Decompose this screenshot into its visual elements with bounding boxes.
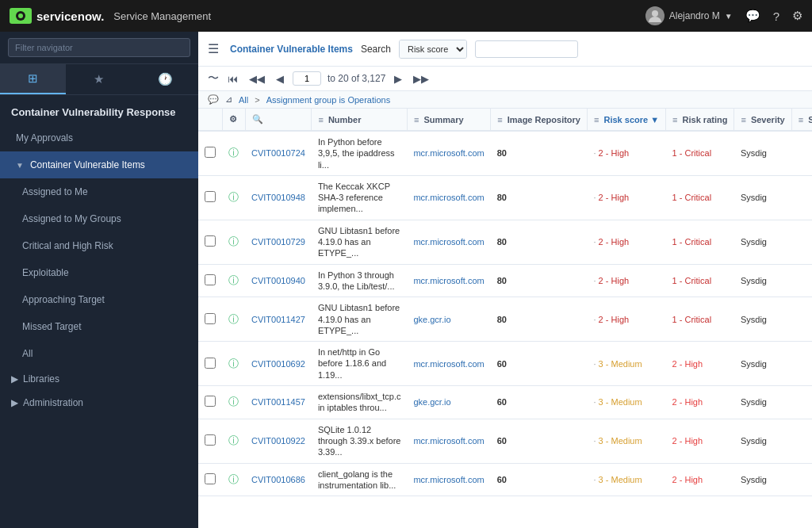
sidebar-group-label: Administration [23,397,83,408]
col-number[interactable]: ≡ Number [312,109,408,131]
row-checkbox[interactable] [205,434,216,446]
sidebar-tab-history[interactable]: 🕐 [132,64,198,94]
row-checkbox[interactable] [205,358,216,369]
row-severity: 2 - High [666,386,734,419]
table-row: ⓘCVIT0011427GNU Libtasn1 before 4.19.0 h… [198,297,812,342]
row-number[interactable]: CVIT0011457 [251,397,305,407]
settings-icon[interactable]: ⚙ [792,9,802,23]
row-number[interactable]: CVIT0010724 [251,148,305,158]
sidebar-tab-favorites[interactable]: ★ [66,64,132,94]
hamburger-icon[interactable]: ☰ [208,41,219,56]
col-severity[interactable]: ≡ Severity [734,109,791,131]
row-info-icon[interactable]: ⓘ [228,147,239,159]
sidebar-item-critical-high-risk[interactable]: Critical and High Risk [0,232,198,259]
app-title: Service Management [113,10,211,22]
back-page-button[interactable]: ◀ [274,72,286,86]
row-checkbox[interactable] [205,191,216,202]
prev-page-button[interactable]: ◀◀ [247,72,267,86]
col-risk-rating-icon: ≡ [672,115,677,124]
row-severity: 2 - High [666,342,734,386]
sidebar-item-missed-target[interactable]: Missed Target [0,313,198,340]
search-label: Search [361,44,391,55]
sidebar-item-exploitable[interactable]: Exploitable [0,259,198,286]
page-input[interactable] [293,71,321,86]
sidebar-group-label: Libraries [23,373,59,385]
col-risk-score[interactable]: ≡ Risk score ▼ [587,109,665,131]
search-input[interactable] [8,38,190,57]
sidebar-item-label: All [22,348,33,359]
sidebar-group-administration[interactable]: ▶ Administration [0,391,198,415]
col-summary[interactable]: ≡ Summary [407,109,490,131]
row-number[interactable]: CVIT0010940 [251,276,305,285]
help-icon[interactable]: ? [773,10,779,23]
row-info-icon[interactable]: ⓘ [228,473,239,485]
search-select[interactable]: Risk score Number Summary Severity [400,40,466,58]
filter-all-link[interactable]: All [239,95,248,105]
sidebar-tab-home[interactable]: ⊞ [0,64,66,94]
sidebar-section-title[interactable]: Container Vulnerability Response [0,95,198,124]
row-image-repo[interactable]: mcr.microsoft.com [413,359,484,369]
filter-arrow: > [255,95,259,105]
table-row: ⓘCVIT0010692In net/http in Go before 1.1… [198,342,812,386]
row-checkbox[interactable] [205,147,216,158]
row-info-icon[interactable]: ⓘ [228,274,239,286]
user-dropdown-icon[interactable]: ▼ [725,12,733,21]
col-image-icon: ≡ [497,115,502,124]
row-info-icon[interactable]: ⓘ [228,434,239,446]
row-number[interactable]: CVIT0010922 [251,436,305,446]
row-image-repo[interactable]: gke.gcr.io [413,397,450,407]
row-checkbox[interactable] [205,313,216,324]
row-image-repo[interactable]: mcr.microsoft.com [413,193,484,202]
sidebar-item-assigned-to-me[interactable]: Assigned to Me [0,178,198,205]
row-info-icon[interactable]: ⓘ [228,191,239,203]
last-page-button[interactable]: ▶▶ [411,72,431,86]
col-settings[interactable]: ⚙ [222,109,245,131]
sidebar-item-container-vulnerable-items[interactable]: ▼ Container Vulnerable Items [0,151,198,178]
row-number[interactable]: CVIT0010729 [251,237,305,247]
col-summary-label: Summary [423,115,463,124]
row-checkbox[interactable] [205,235,216,247]
next-page-button[interactable]: ▶ [392,72,404,86]
row-checkbox[interactable] [205,473,216,484]
sidebar-item-my-approvals[interactable]: My Approvals [0,124,198,151]
row-info-icon[interactable]: ⓘ [228,358,239,369]
settings-col-icon[interactable]: ⚙ [229,114,237,124]
row-number[interactable]: CVIT0010948 [251,193,305,202]
sidebar-item-label: Approaching Target [22,294,105,305]
row-summary: In net/http in Go before 1.18.6 and 1.19… [312,342,408,386]
row-image-repo[interactable]: gke.gcr.io [413,315,450,324]
col-search[interactable]: 🔍 [245,109,312,131]
row-info-icon[interactable]: ⓘ [228,396,239,407]
search-text-input[interactable] [475,40,578,58]
chat-icon[interactable]: 💬 [745,9,760,23]
col-number-icon: ≡ [318,115,323,124]
row-info-icon[interactable]: ⓘ [228,235,239,247]
row-info-icon[interactable]: ⓘ [228,313,239,325]
first-page-button[interactable]: ⏮ [225,72,240,86]
sidebar-item-all[interactable]: All [0,340,198,367]
filter-condition[interactable]: Assignment group is Operations [266,95,391,105]
sidebar-item-approaching-target[interactable]: Approaching Target [0,286,198,313]
row-image-repo[interactable]: mcr.microsoft.com [413,148,484,158]
filter-row: 💬 ⊿ All > Assignment group is Operations [198,91,812,109]
row-number[interactable]: CVIT0011427 [251,315,305,324]
sidebar-tabs: ⊞ ★ 🕐 [0,64,198,95]
search-col-icon[interactable]: 🔍 [252,114,263,124]
row-checkbox[interactable] [205,274,216,285]
user-info[interactable]: Alejandro M ▼ [645,6,733,25]
sidebar-group-libraries[interactable]: ▶ Libraries [0,367,198,391]
row-checkbox[interactable] [205,396,216,407]
row-image-repo[interactable]: mcr.microsoft.com [413,436,484,446]
row-image-repo[interactable]: mcr.microsoft.com [413,237,484,247]
row-source: Sysdig [734,220,791,264]
row-image-repo[interactable]: mcr.microsoft.com [413,475,484,484]
row-image-repo[interactable]: mcr.microsoft.com [413,276,484,285]
sidebar-item-label: My Approvals [16,132,73,143]
col-summary-icon: ≡ [414,115,419,124]
row-number[interactable]: CVIT0010692 [251,359,305,369]
col-image-repository[interactable]: ≡ Image Repository [491,109,588,131]
col-risk-rating[interactable]: ≡ Risk rating [666,109,734,131]
row-number[interactable]: CVIT0010686 [251,475,305,484]
col-source[interactable]: ≡ Source [791,109,812,131]
sidebar-item-assigned-to-my-groups[interactable]: Assigned to My Groups [0,205,198,232]
